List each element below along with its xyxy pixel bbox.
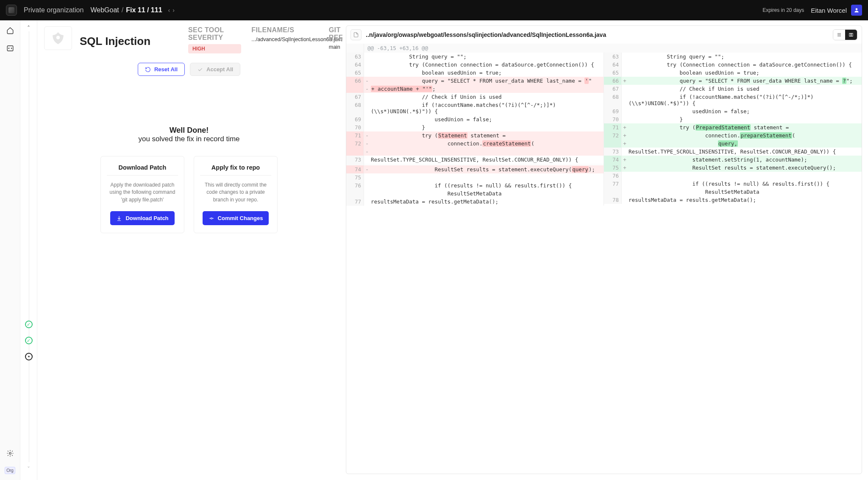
diff-row: ResultSetMetaData bbox=[346, 190, 604, 198]
diff-sign bbox=[364, 61, 370, 69]
breadcrumb-sep: / bbox=[122, 6, 123, 14]
diff-sign bbox=[364, 115, 370, 123]
diff-card: ..n/java/org/owasp/webgoat/lessons/sqlin… bbox=[346, 25, 862, 474]
line-number: 72 bbox=[346, 140, 364, 148]
code-line: String query = ""; bbox=[628, 53, 862, 61]
step-current-icon[interactable] bbox=[25, 353, 33, 360]
diff-sign bbox=[364, 123, 370, 131]
diff-sign bbox=[364, 101, 370, 115]
diff-row: 71+ try (PreparedStatement statement = bbox=[604, 123, 862, 131]
line-number: 63 bbox=[346, 53, 364, 61]
code-line: try (PreparedStatement statement = bbox=[628, 123, 862, 131]
line-number: 71 bbox=[604, 123, 622, 131]
line-number bbox=[604, 188, 622, 196]
code-line: query = "SELECT * FROM user_data WHERE l… bbox=[370, 77, 604, 85]
settings-icon[interactable] bbox=[6, 449, 14, 458]
step-done-icon[interactable]: ✓ bbox=[25, 337, 33, 344]
diff-sign: + bbox=[622, 156, 628, 164]
line-number: 64 bbox=[346, 61, 364, 69]
diff-sign: + bbox=[622, 131, 628, 140]
breadcrumb-repo[interactable]: WebGoat bbox=[90, 6, 119, 14]
step-done-icon[interactable]: ✓ bbox=[25, 321, 33, 328]
diff-sign: + bbox=[622, 77, 628, 85]
diff-body[interactable]: @@ -63,15 +63,16 @@ 63 String query = ""… bbox=[346, 44, 862, 474]
well-done: Well Done! you solved the fix in record … bbox=[41, 126, 337, 143]
line-number bbox=[346, 190, 364, 198]
diff-row: 70 } bbox=[604, 115, 862, 123]
line-number: 73 bbox=[604, 148, 622, 156]
diff-sign bbox=[622, 93, 628, 107]
diff-row: - bbox=[346, 148, 604, 156]
apply-fix-card: Apply fix to repo This will directly com… bbox=[194, 156, 278, 233]
diff-sign bbox=[364, 173, 370, 181]
diff-right: 63 String query = "";64 try (Connection … bbox=[604, 53, 862, 206]
code-line: boolean usedUnion = true; bbox=[370, 69, 604, 77]
unified-view-icon[interactable] bbox=[833, 30, 845, 40]
reset-all-button[interactable]: Reset All bbox=[138, 63, 185, 76]
diff-sign: - bbox=[364, 77, 370, 85]
diff-row: 76 if ((results != null) && results.firs… bbox=[346, 181, 604, 190]
code-line bbox=[370, 173, 604, 181]
svg-point-0 bbox=[856, 8, 858, 10]
code-line: ResultSetMetaData bbox=[628, 188, 862, 196]
org-name[interactable]: Private organization bbox=[24, 6, 83, 14]
line-number: 65 bbox=[604, 69, 622, 77]
diff-sign bbox=[622, 172, 628, 180]
diff-row: 78resultsMetaData = results.getMetaData(… bbox=[604, 196, 862, 204]
line-number: 74 bbox=[346, 165, 364, 173]
line-number: 75 bbox=[346, 173, 364, 181]
code-icon[interactable] bbox=[6, 44, 14, 53]
severity-badge: HIGH bbox=[188, 44, 241, 53]
diff-row: 69 usedUnion = false; bbox=[604, 107, 862, 115]
diff-row: -+ accountName + "'"; bbox=[346, 85, 604, 93]
diff-sign bbox=[622, 188, 628, 196]
diff-row: 77resultsMetaData = results.getMetaData(… bbox=[346, 198, 604, 206]
breadcrumb: WebGoat / Fix 11 / 111 ‹ › bbox=[90, 6, 175, 14]
split-view-icon[interactable] bbox=[845, 30, 857, 40]
download-patch-button[interactable]: Download Patch bbox=[110, 211, 174, 225]
code-line: connection.createStatement( bbox=[370, 140, 604, 148]
code-line: connection.prepareStatement( bbox=[628, 131, 862, 140]
code-line bbox=[370, 148, 604, 156]
collapse-up-icon[interactable]: ˄ bbox=[27, 25, 30, 31]
diff-row: 73ResultSet.TYPE_SCROLL_INSENSITIVE, Res… bbox=[604, 148, 862, 156]
diff-row: 74- ResultSet results = statement.execut… bbox=[346, 165, 604, 173]
diff-sign bbox=[622, 180, 628, 188]
collapse-down-icon[interactable]: ˅ bbox=[27, 462, 30, 476]
diff-row: 70 } bbox=[346, 123, 604, 131]
diff-sign bbox=[622, 61, 628, 69]
file-icon bbox=[351, 29, 362, 40]
apply-fix-desc: This will directly commit the code chang… bbox=[200, 181, 271, 206]
issue-header: SQL Injection SEC TOOL SEVERITYHIGH FILE… bbox=[41, 23, 337, 58]
breadcrumb-fix[interactable]: Fix 11 / 111 bbox=[126, 6, 162, 14]
download-patch-desc: Apply the downloaded patch using the fol… bbox=[107, 181, 178, 206]
line-number: 70 bbox=[346, 123, 364, 131]
user-menu[interactable]: Eitan Worcel bbox=[811, 5, 862, 16]
home-icon[interactable] bbox=[6, 26, 14, 35]
sidebar: Org bbox=[0, 20, 20, 480]
next-fix-icon[interactable]: › bbox=[172, 7, 175, 14]
org-badge[interactable]: Org bbox=[5, 467, 15, 474]
code-line: usedUnion = false; bbox=[628, 107, 862, 115]
diff-row: 77 if ((results != null) && results.firs… bbox=[604, 180, 862, 188]
diff-sign: + bbox=[622, 164, 628, 172]
hunk-header: @@ -63,15 +63,16 @@ bbox=[346, 44, 862, 53]
app-logo-icon[interactable] bbox=[6, 5, 17, 16]
line-number: 68 bbox=[346, 101, 364, 115]
line-number bbox=[604, 140, 622, 148]
diff-row: 65 boolean usedUnion = true; bbox=[604, 69, 862, 77]
svg-point-2 bbox=[9, 452, 11, 455]
diff-row: 73ResultSet.TYPE_SCROLL_INSENSITIVE, Res… bbox=[346, 156, 604, 164]
right-panel: ..n/java/org/owasp/webgoat/lessons/sqlin… bbox=[342, 20, 868, 480]
code-line: ResultSet results = statement.executeQue… bbox=[628, 164, 862, 172]
diff-sign bbox=[364, 198, 370, 206]
prev-fix-icon[interactable]: ‹ bbox=[167, 7, 171, 14]
diff-sign: - bbox=[364, 165, 370, 173]
diff-row: 67 // Check if Union is used bbox=[604, 85, 862, 93]
diff-row: + query, bbox=[604, 140, 862, 148]
diff-sign: - bbox=[364, 148, 370, 156]
diff-row: 74+ statement.setString(1, accountName); bbox=[604, 156, 862, 164]
line-number: 72 bbox=[604, 131, 622, 140]
diff-sign: + bbox=[622, 140, 628, 148]
commit-changes-button[interactable]: Commit Changes bbox=[203, 211, 269, 225]
